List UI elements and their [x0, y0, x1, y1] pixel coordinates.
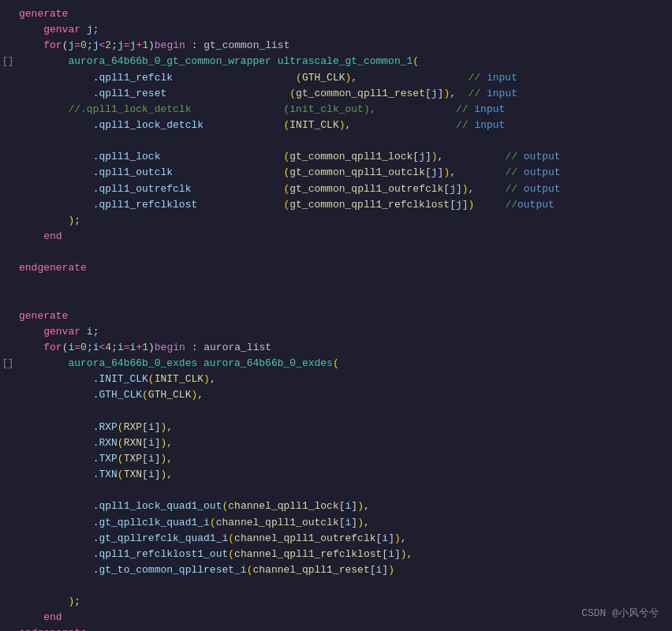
line-content: generate: [19, 308, 663, 324]
line-content: .RXP(RXP[i]),: [19, 420, 663, 435]
line-content: aurora_64b66b_0_exdes aurora_64b66b_0_ex…: [19, 356, 663, 372]
code-line: for(j=0;j<2;j=j+1)begin : gt_common_list: [0, 38, 672, 54]
code-line: .TXN(TXN[i]),: [0, 467, 672, 483]
code-line: .qpll1_lock (gt_common_qpll1_lock[j]), /…: [0, 149, 672, 165]
line-content: );: [19, 594, 663, 610]
code-line: .qpll1_lock_quad1_out(channel_qpll1_lock…: [0, 498, 672, 514]
line-content: [19, 483, 663, 498]
line-content: .gt_qpllrefclk_quad1_i(channel_qpll1_out…: [19, 531, 663, 547]
line-content: endgenerate: [19, 625, 663, 631]
code-line: [0, 578, 672, 594]
code-line: .qpll1_outrefclk (gt_common_qpll1_outref…: [0, 181, 672, 197]
code-line: endgenerate: [0, 625, 672, 631]
code-line: .gt_qpllrefclk_quad1_i(channel_qpll1_out…: [0, 531, 672, 547]
line-content: .TXP(TXP[i]),: [19, 451, 663, 467]
line-content: .gt_qpllclk_quad1_i(channel_qpll1_outclk…: [19, 515, 663, 531]
line-content: .qpll1_lock_quad1_out(channel_qpll1_lock…: [19, 498, 663, 514]
line-content: .qpll1_lock (gt_common_qpll1_lock[j]), /…: [19, 149, 663, 165]
line-content: for(j=0;j<2;j=j+1)begin : gt_common_list: [19, 38, 663, 54]
code-line: for(i=0;i<4;i=i+1)begin : aurora_list: [0, 340, 672, 356]
line-content: for(i=0;i<4;i=i+1)begin : aurora_list: [19, 340, 663, 356]
code-line: [0, 133, 672, 149]
line-content: [19, 293, 663, 308]
code-line: .TXP(TXP[i]),: [0, 451, 672, 467]
code-line: generate: [0, 308, 672, 324]
line-content: .qpll1_outclk (gt_common_qpll1_outclk[j]…: [19, 165, 663, 181]
line-content: [19, 133, 663, 149]
line-content: .qpll1_refclklost1_out(channel_qpll1_ref…: [19, 547, 663, 562]
line-content: .gt_to_common_qpllreset_i(channel_qpll1_…: [19, 562, 663, 578]
code-line: end: [0, 229, 672, 245]
code-line: [] aurora_64b66b_0_gt_common_wrapper ult…: [0, 54, 672, 69]
line-content: .qpll1_outrefclk (gt_common_qpll1_outref…: [19, 181, 663, 197]
code-line: .INIT_CLK(INIT_CLK),: [0, 372, 672, 387]
code-line: .GTH_CLK(GTH_CLK),: [0, 387, 672, 403]
code-line: .qpll1_refclk (GTH_CLK), // input: [0, 70, 672, 86]
code-line: .qpll1_refclklost (gt_common_qpll1_refcl…: [0, 197, 672, 213]
code-line: end: [0, 610, 672, 625]
code-line: .qpll1_refclklost1_out(channel_qpll1_ref…: [0, 547, 672, 562]
code-lines: generate genvar j; for(j=0;j<2;j=j+1)beg…: [0, 6, 672, 631]
line-content: endgenerate: [19, 260, 663, 276]
line-content: [19, 276, 663, 292]
code-line: .qpll1_outclk (gt_common_qpll1_outclk[j]…: [0, 165, 672, 181]
line-content: .qpll1_lock_detclk (INIT_CLK), // input: [19, 118, 663, 133]
code-line: [0, 245, 672, 260]
code-line: .gt_qpllclk_quad1_i(channel_qpll1_outclk…: [0, 515, 672, 531]
line-content: .qpll1_refclk (GTH_CLK), // input: [19, 70, 663, 86]
line-content: genvar i;: [19, 324, 663, 340]
code-line: );: [0, 594, 672, 610]
code-line: [] aurora_64b66b_0_exdes aurora_64b66b_0…: [0, 356, 672, 372]
line-content: [19, 578, 663, 594]
code-container: generate genvar j; for(j=0;j<2;j=j+1)beg…: [0, 0, 672, 631]
code-line: .RXN(RXN[i]),: [0, 435, 672, 451]
line-gutter: []: [0, 357, 16, 372]
line-content: .INIT_CLK(INIT_CLK),: [19, 372, 663, 387]
code-line: .qpll1_reset (gt_common_qpll1_reset[j]),…: [0, 86, 672, 102]
code-line: [0, 293, 672, 308]
code-line: );: [0, 213, 672, 229]
code-line: genvar i;: [0, 324, 672, 340]
code-line: [0, 404, 672, 420]
code-line: .qpll1_lock_detclk (INIT_CLK), // input: [0, 118, 672, 133]
code-line: endgenerate: [0, 260, 672, 276]
line-content: .TXN(TXN[i]),: [19, 467, 663, 483]
line-content: .qpll1_refclklost (gt_common_qpll1_refcl…: [19, 197, 663, 213]
line-gutter: []: [0, 54, 16, 69]
line-content: .qpll1_reset (gt_common_qpll1_reset[j]),…: [19, 86, 663, 102]
line-content: [19, 404, 663, 420]
code-line: //.qpll1_lock_detclk (init_clk_out), // …: [0, 102, 672, 118]
line-content: genvar j;: [19, 22, 663, 38]
code-line: .RXP(RXP[i]),: [0, 420, 672, 435]
code-line: genvar j;: [0, 22, 672, 38]
line-content: //.qpll1_lock_detclk (init_clk_out), // …: [19, 102, 663, 118]
line-content: generate: [19, 6, 663, 22]
line-content: end: [19, 610, 663, 625]
line-content: .RXN(RXN[i]),: [19, 435, 663, 451]
line-content: );: [19, 213, 663, 229]
line-content: .GTH_CLK(GTH_CLK),: [19, 387, 663, 403]
code-line: [0, 276, 672, 292]
code-line: .gt_to_common_qpllreset_i(channel_qpll1_…: [0, 562, 672, 578]
watermark: CSDN @小风兮兮: [581, 606, 659, 622]
code-line: generate: [0, 6, 672, 22]
line-content: [19, 245, 663, 260]
line-content: end: [19, 229, 663, 245]
line-content: aurora_64b66b_0_gt_common_wrapper ultras…: [19, 54, 663, 69]
code-line: [0, 483, 672, 498]
